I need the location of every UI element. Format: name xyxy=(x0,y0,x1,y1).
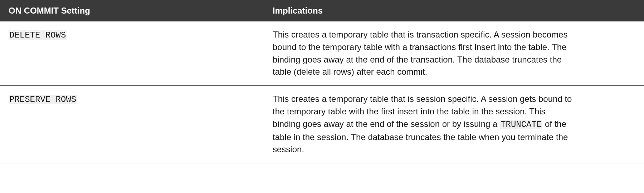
table-row: DELETE ROWS This creates a temporary tab… xyxy=(0,21,644,86)
cell-setting: PRESERVE ROWS xyxy=(0,86,264,163)
setting-code: PRESERVE ROWS xyxy=(9,95,77,104)
header-setting: ON COMMIT Setting xyxy=(0,0,264,21)
on-commit-table: ON COMMIT Setting Implications DELETE RO… xyxy=(0,0,644,163)
header-implications: Implications xyxy=(264,0,644,21)
setting-code: DELETE ROWS xyxy=(9,30,67,40)
cell-setting: DELETE ROWS xyxy=(0,21,264,86)
desc-inline-code: TRUNCATE xyxy=(500,120,542,129)
cell-implications: This creates a temporary table that is s… xyxy=(264,86,644,163)
table-row: PRESERVE ROWS This creates a temporary t… xyxy=(0,86,644,163)
desc-text: This creates a temporary table that is t… xyxy=(273,30,567,76)
table-header-row: ON COMMIT Setting Implications xyxy=(0,0,644,21)
cell-implications: This creates a temporary table that is t… xyxy=(264,21,644,86)
